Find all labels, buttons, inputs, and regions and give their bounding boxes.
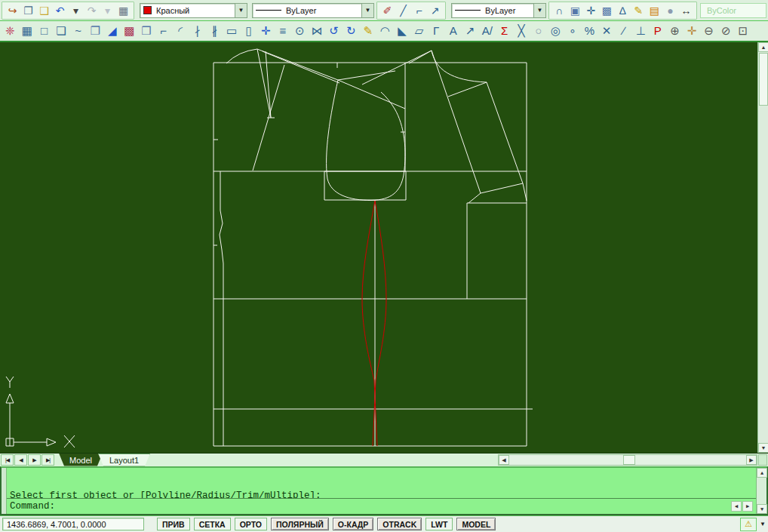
model-space-canvas[interactable]	[0, 42, 757, 453]
zoom-realtime-icon[interactable]: ⊕	[666, 23, 684, 39]
toggle-ПОЛЯРНЫЙ[interactable]: ПОЛЯРНЫЙ	[271, 518, 329, 530]
lineweight-combo[interactable]: ByLayer ▼	[451, 3, 546, 18]
toggle-MODEL[interactable]: MODEL	[456, 518, 496, 530]
copy-icon[interactable]: ❐	[20, 2, 36, 19]
zoom-previous-icon[interactable]: ⊘	[717, 23, 735, 39]
tab-first-button[interactable]: |◀	[1, 454, 14, 466]
divide-icon[interactable]: %	[581, 23, 598, 39]
construction-line-icon[interactable]: ↗	[427, 2, 443, 19]
horizontal-scroll-track[interactable]	[509, 455, 746, 465]
pen-annotate-icon[interactable]: ✎	[631, 2, 647, 19]
snap-icon[interactable]: ∩	[551, 2, 567, 19]
measure-icon[interactable]: ✛	[583, 2, 599, 19]
extend-icon[interactable]: ∕	[615, 23, 632, 39]
chamfer-icon[interactable]: ⌐	[155, 23, 172, 39]
scroll-left-button[interactable]: ◀	[499, 455, 509, 465]
resize-arrows-icon[interactable]: ↔	[678, 2, 694, 19]
color-combo[interactable]: Красный ▼	[140, 3, 247, 18]
palette-icon[interactable]: ▩	[121, 23, 138, 39]
command-input-row[interactable]: Command: ◀ ▶	[7, 499, 756, 514]
polyline-icon[interactable]: ⌐	[411, 2, 427, 19]
canvas-horizontal-scrollbar[interactable]: ◀ ▶	[498, 454, 757, 466]
linetype-combo[interactable]: ByLayer ▼	[252, 3, 374, 18]
command-scroll-left-button[interactable]: ◀	[731, 501, 742, 512]
vertical-scroll-thumb[interactable]	[759, 53, 768, 106]
new-from-template-icon[interactable]: ❑	[36, 2, 52, 19]
marquee-icon[interactable]: □	[35, 23, 53, 39]
tab-next-button[interactable]: ▶	[28, 454, 41, 466]
leader-icon[interactable]: ↗	[462, 23, 479, 39]
sketch-brush-icon[interactable]: ❈	[2, 23, 19, 39]
command-window-grip[interactable]	[2, 468, 7, 514]
toggle-LWT[interactable]: LWT	[425, 518, 453, 530]
text-style-icon[interactable]: A/	[479, 23, 496, 39]
break-line-icon[interactable]: ∤	[189, 23, 207, 39]
scroll-right-button[interactable]: ▶	[746, 455, 757, 465]
zoom-scale-icon[interactable]: ⊖	[700, 23, 717, 39]
mirror-icon[interactable]: ⋈	[309, 23, 326, 39]
p-command-icon[interactable]: P	[650, 23, 667, 39]
open-icon[interactable]: ↪	[5, 2, 20, 19]
fillet-icon[interactable]: ◜	[172, 23, 189, 39]
toggle-ОРТО[interactable]: ОРТО	[235, 518, 267, 530]
sum-icon[interactable]: Σ	[496, 23, 513, 39]
coordinates-readout[interactable]: 1436.6869, 4.7001, 0.0000	[2, 518, 144, 530]
redo-caret-icon[interactable]: ▾	[100, 2, 115, 19]
plot-icon[interactable]: ▦	[115, 2, 131, 19]
toggle-СЕТКА[interactable]: СЕТКА	[194, 518, 231, 530]
linetype-combo-arrow[interactable]: ▼	[361, 4, 373, 17]
angle-icon[interactable]: ∆	[615, 2, 631, 19]
toggle-OTRACK[interactable]: OTRACK	[377, 518, 422, 530]
sphere-icon[interactable]: ○	[530, 23, 547, 39]
block-insert-icon[interactable]: ❐	[87, 23, 104, 39]
stretch-icon[interactable]: ▱	[410, 23, 428, 39]
ramp-icon[interactable]: ◢	[104, 23, 121, 39]
spline-icon[interactable]: ~	[69, 23, 87, 39]
zoom-window-icon[interactable]: ⊡	[735, 23, 752, 39]
status-menu-arrow-icon[interactable]: ▼	[760, 521, 766, 527]
break-line2-icon[interactable]: ∦	[206, 23, 223, 39]
point-node-icon[interactable]: ∘	[564, 23, 582, 39]
arc-icon[interactable]: ◠	[376, 23, 394, 39]
text-icon[interactable]: A	[444, 23, 462, 39]
command-scroll-down-button[interactable]: ▼	[757, 504, 767, 514]
tab-last-button[interactable]: ▶|	[41, 454, 54, 466]
line-icon[interactable]: ╱	[395, 2, 411, 19]
redo-icon[interactable]: ↷	[84, 2, 100, 19]
toggle-О-КАДР[interactable]: О-КАДР	[333, 518, 374, 530]
scroll-down-button[interactable]: ▼	[758, 443, 768, 453]
scale-icon[interactable]: ◣	[394, 23, 411, 39]
lineweight-combo-arrow[interactable]: ▼	[533, 4, 545, 17]
toggle-ПРИВ[interactable]: ПРИВ	[157, 518, 190, 530]
move-icon[interactable]: ✛	[257, 23, 275, 39]
horizontal-scroll-thumb[interactable]	[623, 455, 635, 465]
undo-icon[interactable]: ↶	[52, 2, 68, 19]
command-scroll-up-button[interactable]: ▲	[757, 468, 767, 478]
rotate-icon[interactable]: ↻	[343, 23, 360, 39]
break-at-point-icon[interactable]: ╳	[513, 23, 530, 39]
copy-nested-icon[interactable]: ▩	[599, 2, 615, 19]
render-sphere-icon[interactable]: ●	[662, 2, 678, 19]
layers-icon[interactable]: ≡	[275, 23, 292, 39]
donut-icon[interactable]: ◎	[547, 23, 564, 39]
pedit-icon[interactable]: Γ	[428, 23, 445, 39]
tab-layout1[interactable]: Layout1	[98, 454, 150, 466]
scroll-up-button[interactable]: ▲	[758, 42, 768, 52]
paste-icon[interactable]: ❒	[138, 23, 155, 39]
hatch-icon[interactable]: ▦	[19, 23, 36, 39]
tab-prev-button[interactable]: ◀	[14, 454, 27, 466]
copy-clip-icon[interactable]: ❏	[53, 23, 70, 39]
tab-model[interactable]: Model	[59, 454, 103, 466]
region-icon[interactable]: ▯	[240, 23, 257, 39]
trim-icon[interactable]: ✕	[598, 23, 616, 39]
command-history[interactable]: Select first object or [Polyline/Radius/…	[7, 468, 756, 499]
perpendicular-icon[interactable]: ⊥	[632, 23, 650, 39]
vertical-scroll-track[interactable]	[758, 106, 768, 443]
pencil-icon[interactable]: ✎	[359, 23, 376, 39]
command-scroll-right-button[interactable]: ▶	[742, 501, 753, 512]
match-properties-icon[interactable]: ✐	[379, 2, 395, 19]
rectangle-icon[interactable]: ▭	[223, 23, 241, 39]
rotate-ccw-icon[interactable]: ↺	[325, 23, 343, 39]
quick-dim-icon[interactable]: ⊙	[291, 23, 309, 39]
communication-center-icon[interactable]: ⚠	[740, 518, 757, 531]
